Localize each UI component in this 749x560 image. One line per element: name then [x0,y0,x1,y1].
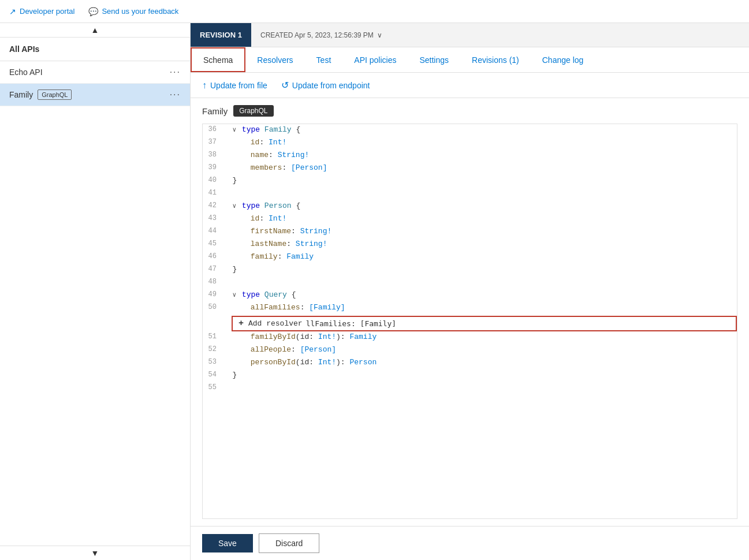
line-content [223,188,732,189]
code-line: 39 members: [Person] [203,162,737,175]
line-number: 43 [203,213,223,222]
revision-chevron[interactable]: ∨ [377,31,382,39]
tab-api-policies[interactable]: API policies [342,47,408,72]
sidebar-list: Echo API ··· Family GraphQL ··· [0,61,190,546]
line-content: members: [Person] [223,162,732,172]
tab-changelog-label: Change log [542,55,584,65]
chevron-down-icon: ▼ [91,548,99,558]
code-line: 36 ∨ type Family { [203,124,737,137]
developer-portal-link[interactable]: ↗ Developer portal [9,7,74,16]
echo-api-menu[interactable]: ··· [170,67,181,77]
feedback-icon: 💬 [88,7,98,16]
line-content: allFamilies: [Family] [223,302,732,312]
all-apis-label: All APIs [9,44,39,54]
line-content: ∨ type Query { [223,289,732,299]
code-line: 47 } [203,264,737,277]
code-line: 55 [203,382,737,395]
revision-tab-label: REVISION 1 [200,31,242,39]
revision-tab[interactable]: REVISION 1 [191,23,251,47]
chevron-up-icon: ▲ [91,25,99,35]
line-content: id: Int! [223,137,732,147]
refresh-icon: ↺ [281,80,289,91]
sidebar-scroll-up[interactable]: ▲ [0,23,190,38]
action-bar: ↑ Update from file ↺ Update from endpoin… [191,73,749,98]
code-line: 51 familyById(id: Int!): Family [203,331,737,344]
line-number: 54 [203,369,223,379]
code-line: 42 ∨ type Person { [203,200,737,213]
resolver-inline-code: llFamilies: [Family] [306,319,397,328]
line-content: personById(id: Int!): Person [223,357,732,367]
feedback-link[interactable]: 💬 Send us your feedback [88,7,178,16]
line-number: 53 [203,357,223,366]
content-area: REVISION 1 CREATED Apr 5, 2023, 12:56:39… [191,23,749,560]
line-content [223,382,732,383]
family-name: Family [9,90,33,99]
horizontal-scrollbar[interactable] [203,518,737,519]
tab-schema-label: Schema [203,55,233,65]
family-graphql-badge: GraphQL [38,89,72,100]
tab-test[interactable]: Test [305,47,343,72]
tab-api-policies-label: API policies [354,55,396,65]
add-resolver-row[interactable]: + Add resolver llFamilies: [Family] [232,316,737,331]
line-content [223,277,732,278]
family-menu[interactable]: ··· [170,89,181,100]
bottom-bar: Save Discard [191,526,749,560]
add-resolver-label-text: Add resolver [248,319,303,328]
line-content: allPeople: [Person] [223,344,732,354]
tab-schema[interactable]: Schema [191,47,245,72]
line-number: 47 [203,264,223,273]
line-content: name: String! [223,150,732,159]
echo-api-name: Echo API [9,68,43,77]
line-number: 44 [203,226,223,235]
tab-revisions[interactable]: Revisions (1) [460,47,531,72]
sidebar-item-family[interactable]: Family GraphQL ··· [0,84,190,106]
code-line: 40 } [203,175,737,188]
line-content: lastName: String! [223,238,732,248]
tab-changelog[interactable]: Change log [531,47,595,72]
line-content: ∨ type Family { [223,124,732,134]
code-line: 45 lastName: String! [203,238,737,251]
line-number: 51 [203,331,223,341]
revision-bar: REVISION 1 CREATED Apr 5, 2023, 12:56:39… [191,23,749,47]
sidebar-item-echo-api[interactable]: Echo API ··· [0,61,190,84]
line-content: ∨ type Person { [223,200,732,210]
line-content: firstName: String! [223,226,732,236]
line-number: 50 [203,302,223,311]
line-number: 45 [203,238,223,248]
update-from-file-button[interactable]: ↑ Update from file [202,80,267,91]
discard-button[interactable]: Discard [259,533,319,553]
code-line: 50 allFamilies: [Family] [203,302,737,315]
revision-created-label: CREATED Apr 5, 2023, 12:56:39 PM [260,31,374,39]
sidebar-scroll-down[interactable]: ▼ [0,546,190,560]
sidebar: ▲ All APIs Echo API ··· Family GraphQL ·… [0,23,191,560]
line-content: familyById(id: Int!): Family [223,331,732,341]
top-bar: ↗ Developer portal 💬 Send us your feedba… [0,0,749,23]
line-number: 38 [203,150,223,159]
line-number: 55 [203,382,223,391]
line-number: 36 [203,124,223,133]
tab-settings[interactable]: Settings [408,47,460,72]
update-from-endpoint-label: Update from endpoint [292,81,370,90]
code-line: 54 } [203,369,737,382]
line-number: 40 [203,175,223,184]
code-line: 46 family: Family [203,251,737,264]
external-link-icon: ↗ [9,7,16,16]
upload-file-icon: ↑ [202,80,207,91]
save-button[interactable]: Save [202,534,253,552]
line-content: id: Int! [223,213,732,223]
schema-viewer: Family GraphQL 36 ∨ type Family {37 id: … [191,98,749,526]
code-line: 48 [203,277,737,289]
line-number: 52 [203,344,223,353]
code-line: 49 ∨ type Query { [203,289,737,302]
tab-resolvers[interactable]: Resolvers [245,47,304,72]
code-editor[interactable]: 36 ∨ type Family {37 id: Int!38 name: St… [202,124,737,519]
tab-bar: Schema Resolvers Test API policies Setti… [191,47,749,73]
revision-meta: CREATED Apr 5, 2023, 12:56:39 PM ∨ [251,31,392,39]
update-from-endpoint-button[interactable]: ↺ Update from endpoint [281,80,370,91]
tab-resolvers-label: Resolvers [257,55,293,65]
line-number: 37 [203,137,223,146]
code-line: 38 name: String! [203,150,737,162]
line-number: 49 [203,289,223,298]
code-content[interactable]: 36 ∨ type Family {37 id: Int!38 name: St… [203,124,737,518]
line-number: 48 [203,277,223,286]
